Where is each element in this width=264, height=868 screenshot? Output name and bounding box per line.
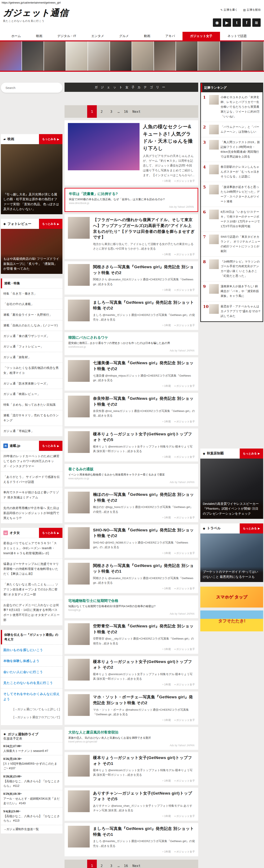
nav-item[interactable]: ガジェット女子: [183, 32, 220, 40]
article-card[interactable]: 関根ささら―写真集『GetNews girl』発売記念 別ショット特集 その1 …: [64, 560, 198, 593]
social-icon[interactable]: ≋: [252, 19, 261, 27]
photo-tile[interactable]: [44, 41, 66, 71]
ad-card[interactable]: 年収は「読書量」に比例する? 病室で3000冊の本を読んだ孫正義。なぜ「金持ち」…: [64, 188, 198, 212]
pagination-cell[interactable]: 1: [87, 860, 97, 868]
movie-more-button[interactable]: もっとみる ▶: [39, 134, 62, 144]
nav-item[interactable]: 動画: [136, 32, 158, 40]
photo-tile[interactable]: [132, 41, 154, 71]
live-schedule-item[interactable]: 8/28(水)23:00~ 【高槻かなこ、八島さらら】『かなことさらら』 #11…: [1, 773, 62, 790]
series-list-item[interactable]: 「会社の中の人連載」: [1, 299, 62, 309]
ad-card[interactable]: 宅地建物取引士に短期間で合格 知識がなくても短期間で合格者続出!全国平均4.54…: [64, 595, 198, 618]
philosophy-link[interactable]: そしてそれをやわらかくみんなに伝えよう: [1, 688, 62, 705]
article-card[interactable]: 榎本りょう―ガジェット女子(GetNews girl)トップフォト その1 榎本…: [64, 752, 198, 785]
series-list-item[interactable]: 連載「裏社会ライター・丸野裕行」: [1, 309, 62, 320]
pagination-cell[interactable]: …: [116, 105, 121, 118]
ranking-item[interactable]: 4 春日部駅のクレヨンしんちゃんポスターが「むっちゃ泣きそうになる」と話題に: [201, 162, 263, 182]
article-card[interactable]: SHO-NO―写真集『GetNews girl』発売記念 別ショット特集 その2…: [64, 525, 198, 558]
article-card[interactable]: マホ・ソット・ボーチェ―写真集『GetNews girl』発売記念 別ショット特…: [64, 691, 198, 725]
otajo-more-button[interactable]: もっとみる ▶: [39, 528, 62, 538]
photo-tile[interactable]: [66, 41, 88, 71]
article-card[interactable]: 関根ささら―写真集『GetNews girl』発売記念 別ショット特集 その2 …: [64, 261, 198, 294]
rensai-jp-item[interactable]: 「ありがとう」 サインボードで感謝を伝えるドライバーが話題: [1, 471, 62, 487]
otajo-item[interactable]: 星谷はパリでもピュアでキラキラ!「スタミュミュ」-3rdシーズン- team柊・…: [1, 538, 62, 558]
philosophy-footnote-link[interactable]: [→ガジェット通信フロアについて]: [3, 713, 60, 721]
pagination-cell[interactable]: 2: [97, 860, 106, 868]
travel-more-button[interactable]: もっとみる ▶: [240, 523, 263, 533]
akiba-more-button[interactable]: もっとみる ▶: [240, 448, 263, 459]
pagination-cell[interactable]: 1: [87, 105, 97, 118]
article-card[interactable]: 七瀬美優―写真集『GetNews girl』発売記念 別ショット特集 その2 七…: [64, 357, 198, 391]
live-list-link[interactable]: →ガジェ通制作生放送一覧: [1, 825, 62, 834]
search-input[interactable]: [5, 86, 58, 90]
article-card[interactable]: 【フラガールへの憧れから復興アイドル、そして東京へ】アップアップガールズ(2)高…: [64, 214, 198, 259]
ranking-item[interactable]: 2 「バウムクーヘン」と「バームクーヘン」は別物らしい: [201, 122, 263, 137]
article-card[interactable]: 楠ほのか―写真集『GetNews girl』発売記念 別ショット特集 その2 楠…: [64, 489, 198, 522]
write-article-button[interactable]: ✎ 記事を書く: [220, 8, 238, 12]
game-ad-banner[interactable]: スマホゲ タップ: [200, 587, 263, 608]
ad-card[interactable]: 大切な人と露店風呂付客室宿泊 家族や恋人、気のおけない友人と気兼ねなくお湯を満喫…: [64, 727, 198, 750]
ranking-item[interactable]: 9 漫画家本人が描き下ろし! 錦織圭が「バキ」や「浦安鉄筋家族」キャラ風に: [201, 281, 263, 302]
photo-review-more-button[interactable]: もっとみる ▶: [39, 219, 62, 229]
pagination-cell[interactable]: 16: [121, 860, 131, 868]
ranking-item[interactable]: 3 「鳥人間コンテスト2019」新記録フライト2時間36分・60km完全制覇達成…: [201, 137, 263, 162]
ranking-item[interactable]: 1 小林ヒロユキさんの「米津玄師、レモンとパプリカで一生分稼いでるだろうから実質…: [201, 92, 263, 122]
nav-item[interactable]: ネットで話題: [220, 32, 254, 40]
pagination-cell[interactable]: 3: [106, 105, 116, 118]
series-list-item[interactable]: 特集「生き方・働き方」: [1, 288, 62, 299]
pagination-cell[interactable]: Next: [131, 860, 142, 868]
ranking-item[interactable]: 7 SNSで話題の「東京タピオカランド」 オリジナルメニューの紹介ツイートにツッ…: [201, 232, 263, 257]
article-card[interactable]: 空野青空―写真集『GetNews girl』発売記念 別ショット特集 その2 空…: [64, 621, 198, 654]
philosophy-footnote-link[interactable]: [→ガジェ通についてもっと詳しく]: [3, 706, 60, 713]
rensai-jp-item[interactable]: 20年後のレッドカーペットのために練習してるの フォロワー約28万人のキッズ・イ…: [1, 451, 62, 471]
pagination-cell[interactable]: 3: [106, 860, 116, 868]
article-card[interactable]: 人魚の様なセクシー&キュートさ! 人気グラドル・天木じゅんを撮り下ろし 人気グラ…: [64, 120, 198, 186]
article-card[interactable]: ありすチャン―ガジェット女子(GetNews girl)トップフォト その5 あ…: [64, 788, 198, 821]
live-schedule-item[interactable]: 8/24(土)17:00~ 人狼最大トーナメントseason5 #7: [1, 742, 62, 755]
movie-feature-image[interactable]: 『引っ越し大名』及川光博が演じる麗しの殿・松平直矩は原作者の熱烈オファーで実現!…: [1, 144, 62, 214]
ad-card[interactable]: 着ぐるみの通販 イベント用本格的な動物着ぐるみから簡単着用キャラクター着ぐるみま…: [64, 464, 198, 487]
akiba-feature-image[interactable]: Devialetの高音質ワイヤレススピーカー『Phantom』試聴イベントが開催…: [200, 459, 263, 519]
photo-tile[interactable]: [242, 41, 264, 71]
philosophy-link[interactable]: 会いたい人に会いに行こう: [1, 666, 62, 677]
photo-tile[interactable]: [220, 41, 242, 71]
rensai-jp-item[interactable]: 車内でステーキが焼けるほど暑いアリゾナ 焼き加減はミディアム: [1, 487, 62, 503]
photo-tile[interactable]: [0, 41, 22, 71]
photo-tile[interactable]: [154, 41, 176, 71]
series-list-item[interactable]: ガジェ通「旅取材」: [1, 352, 62, 363]
nav-item[interactable]: アキバ: [158, 32, 183, 40]
nav-item[interactable]: グルメ: [112, 32, 136, 40]
series-list-item[interactable]: ガジェ通「防水実体験シリーズ」: [1, 378, 62, 389]
ranking-item[interactable]: 8 『24時間テレビ』マラソンのゴール手前で内村光良がアンカー追い抜く いとうあ…: [201, 257, 263, 282]
social-icon[interactable]: ◉: [213, 19, 221, 27]
game-ad-banner-2[interactable]: タフそたたき!: [200, 611, 263, 631]
series-list-item[interactable]: ガジェ通「映画レビュー」: [1, 389, 62, 399]
live-schedule-item[interactable]: 9/4(水)23:00~ 【高槻かなこ、八島さらら】『かなことさらら』 #113: [1, 808, 62, 825]
social-icon[interactable]: f: [242, 19, 251, 27]
philosophy-link[interactable]: 面白いものを探しにいこう: [1, 644, 62, 655]
social-icon[interactable]: t: [233, 19, 241, 27]
otajo-item[interactable]: お盆なのにディズニーに入れないとは何事? 8月13日・14日に実施する年間パスポ…: [1, 600, 62, 625]
philosophy-link[interactable]: 本物を体験し体感しよう: [1, 655, 62, 666]
series-list-item[interactable]: ガジェ通「寄稿記事」: [1, 426, 62, 436]
series-list-item[interactable]: 連載「自由人のおたしなみ」(ノジーマ): [1, 320, 62, 331]
live-schedule-item[interactable]: 8/29(木)18:30~ アール・せんとす・総師範KSK出演『まだ走りたい』 …: [1, 790, 62, 807]
rensai-jp-item[interactable]: 先代の政府専用機が中古市場へ 見た目は新品同様のジャンボジェットが30億円で買え…: [1, 503, 62, 523]
otajo-item[interactable]: 猛暑はゴーヤチャンプルに泡盛でキマリ 界隈唯一の沖縄料理屋で名物料理をいただく【…: [1, 559, 62, 579]
series-list-item[interactable]: ガジェ通「食の裏ワザシリーズ」: [1, 331, 62, 341]
rensai-jp-more-button[interactable]: もっとみる ▶: [39, 441, 62, 451]
series-list-item[interactable]: 特集「まめち」知っておきたい豆知識: [1, 399, 62, 410]
photo-tile[interactable]: [198, 41, 220, 71]
pagination-cell[interactable]: Next: [131, 105, 142, 118]
syndicate-article-button[interactable]: ▤ 記事を配信: [243, 8, 261, 12]
series-list-item[interactable]: 「ツッコみたくなる源氏物語の残念な男女」相澤マイコ: [1, 363, 62, 378]
philosophy-link[interactable]: 見たことのないものを見に行こう: [1, 677, 62, 688]
nav-item[interactable]: 映画: [28, 32, 50, 40]
social-icon[interactable]: ▶: [223, 19, 231, 27]
ranking-item[interactable]: 10 最恐女子・アナベルちゃんはカメラアプリで“盛れる”のか? 試してみた: [201, 302, 263, 321]
ranking-item[interactable]: 5 「放送事故が起きてると思ったら24時間テレビだった」デーブ・スペクターさんが…: [201, 182, 263, 207]
live-schedule-item[interactable]: 8/26(月)18:30~ [ストV回]半熟GAMERS~かずのこのたまご~ #…: [1, 755, 62, 772]
article-card[interactable]: 榎本りょう―ガジェット女子(GetNews girl)トップフォト その5 榎本…: [64, 429, 198, 462]
article-card[interactable]: ましろ―写真集『GetNews girl』発売記念 別ショット特集 その2 まし…: [64, 297, 198, 330]
pagination-cell[interactable]: 16: [121, 105, 131, 118]
photo-tile[interactable]: [22, 41, 44, 71]
